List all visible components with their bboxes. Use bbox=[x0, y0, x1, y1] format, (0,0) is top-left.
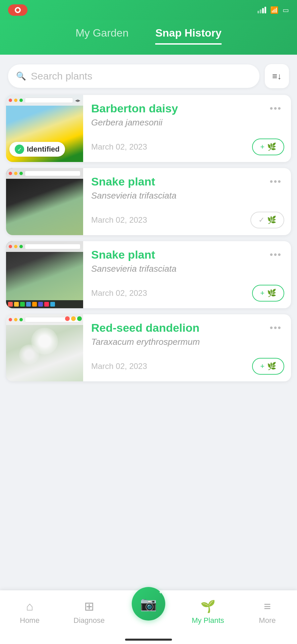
card-top: Red-seed dandelion Taraxacum erythrosper… bbox=[91, 321, 284, 347]
plant-common-name: Red-seed dandelion bbox=[91, 321, 200, 335]
plant-common-name: Snake plant bbox=[91, 175, 176, 189]
browser-min bbox=[14, 245, 17, 248]
plus-icon: + bbox=[260, 143, 264, 151]
sort-button[interactable]: ≡↓ bbox=[265, 64, 289, 88]
added-to-garden-button[interactable]: ✓ 🌿 bbox=[250, 212, 284, 228]
plant-leaf-icon: 🌿 bbox=[267, 289, 276, 298]
browser-min bbox=[14, 99, 17, 102]
taskbar-icon bbox=[8, 302, 13, 307]
plant-latin-name: Sansevieria trifasciata bbox=[91, 264, 176, 274]
browser-chrome bbox=[6, 241, 83, 252]
card-bottom: March 02, 2023 + 🌿 bbox=[91, 285, 284, 302]
browser-max bbox=[19, 245, 23, 248]
nav-home[interactable]: ⌂ Home bbox=[0, 599, 59, 625]
more-nav-icon: ≡ bbox=[264, 599, 271, 613]
snake1-image-bg bbox=[6, 168, 83, 235]
plant-image-snake2 bbox=[6, 241, 83, 308]
tab-my-garden[interactable]: My Garden bbox=[75, 27, 128, 45]
record-button[interactable] bbox=[8, 4, 27, 16]
nav-home-label: Home bbox=[20, 616, 40, 625]
plus-icon: + bbox=[260, 362, 264, 371]
card-more-button[interactable]: ••• bbox=[267, 321, 284, 334]
snake2-image-bg bbox=[6, 241, 83, 308]
record-dot bbox=[15, 7, 21, 13]
camera-fab-button[interactable]: 📷 bbox=[132, 587, 165, 621]
plant-leaf-icon: 🌿 bbox=[267, 362, 276, 371]
taskbar-icon bbox=[14, 302, 19, 307]
card-bottom: March 02, 2023 ✓ 🌿 bbox=[91, 212, 284, 228]
card-info-snake2: Snake plant Sansevieria trifasciata ••• … bbox=[83, 241, 291, 308]
taskbar-overlay bbox=[6, 300, 83, 308]
card-top: Snake plant Sansevieria trifasciata ••• bbox=[91, 248, 284, 274]
diagnose-icon: ⊞ bbox=[84, 599, 94, 613]
card-info-daisy: Barberton daisy Gerbera jamesonii ••• Ma… bbox=[83, 95, 291, 162]
nav-diagnose-label: Diagnose bbox=[73, 616, 105, 625]
nav-more[interactable]: ≡ More bbox=[238, 599, 297, 625]
add-to-garden-button[interactable]: + 🌿 bbox=[252, 139, 284, 155]
browser-addressbar bbox=[25, 98, 73, 103]
home-icon: ⌂ bbox=[26, 599, 34, 613]
identified-badge: ✓ Identified bbox=[9, 142, 65, 157]
status-right: 📶 ▭ bbox=[257, 6, 289, 14]
taskbar-icon bbox=[44, 302, 49, 307]
browser-addressbar bbox=[25, 244, 80, 249]
plant-latin-name: Gerbera jamesonii bbox=[91, 117, 178, 128]
search-icon: 🔍 bbox=[16, 71, 26, 81]
browser-max bbox=[19, 99, 23, 102]
sort-icon: ≡↓ bbox=[272, 71, 282, 82]
nav-more-label: More bbox=[259, 616, 276, 625]
identified-label: Identified bbox=[27, 145, 60, 154]
nav-camera[interactable]: 📷 bbox=[119, 604, 178, 621]
browser-close bbox=[9, 245, 12, 248]
plant-card: Red-seed dandelion Taraxacum erythrosper… bbox=[6, 314, 291, 381]
taskbar-icon bbox=[20, 302, 25, 307]
status-left bbox=[8, 4, 27, 16]
battery-icon: ▭ bbox=[283, 6, 289, 14]
search-bar[interactable]: 🔍 Search plants bbox=[8, 64, 259, 88]
dandelion-flower-2 bbox=[19, 344, 39, 365]
search-placeholder: Search plants bbox=[31, 70, 92, 82]
signal-icon bbox=[257, 7, 266, 13]
card-more-button[interactable]: ••• bbox=[267, 175, 284, 188]
tab-snap-history[interactable]: Snap History bbox=[155, 27, 221, 45]
card-top: Barberton daisy Gerbera jamesonii ••• bbox=[91, 102, 284, 128]
wifi-icon: 📶 bbox=[270, 6, 279, 14]
card-more-button[interactable]: ••• bbox=[267, 248, 284, 261]
plant-names: Red-seed dandelion Taraxacum erythrosper… bbox=[91, 321, 200, 347]
taskbar-icon bbox=[38, 302, 43, 307]
browser-chrome bbox=[6, 168, 83, 179]
plant-common-name: Snake plant bbox=[91, 248, 176, 262]
plant-latin-name: Sansevieria trifasciata bbox=[91, 191, 176, 201]
card-bottom: March 02, 2023 + 🌿 bbox=[91, 139, 284, 155]
plant-image-snake1 bbox=[6, 168, 83, 235]
home-indicator bbox=[125, 639, 172, 641]
browser-dot-green bbox=[77, 316, 82, 321]
taskbar-icon bbox=[32, 302, 37, 307]
card-bottom: March 02, 2023 + 🌿 bbox=[91, 358, 284, 375]
plant-common-name: Barberton daisy bbox=[91, 102, 178, 115]
camera-icon: 📷 bbox=[140, 596, 157, 612]
plant-card: ◀▶ ✓ Identified Barberton daisy Gerbera … bbox=[6, 95, 291, 162]
browser-dot-yellow bbox=[71, 316, 76, 321]
browser-close bbox=[9, 318, 12, 321]
plus-icon: + bbox=[260, 289, 264, 298]
browser-close bbox=[9, 99, 12, 102]
myplants-icon: 🌱 bbox=[200, 599, 216, 613]
taskbar-icon bbox=[50, 302, 55, 307]
nav-my-plants[interactable]: 🌱 My Plants bbox=[178, 599, 238, 625]
nav-diagnose[interactable]: ⊞ Diagnose bbox=[59, 599, 119, 625]
browser-min bbox=[14, 172, 17, 175]
card-more-button[interactable]: ••• bbox=[267, 102, 284, 115]
card-top: Snake plant Sansevieria trifasciata ••• bbox=[91, 175, 284, 201]
plant-date: March 02, 2023 bbox=[91, 288, 147, 298]
plant-names: Snake plant Sansevieria trifasciata bbox=[91, 248, 176, 274]
plant-leaf-icon: 🌿 bbox=[267, 143, 276, 151]
search-area: 🔍 Search plants ≡↓ bbox=[0, 55, 297, 95]
check-icon: ✓ bbox=[15, 145, 24, 154]
add-to-garden-button[interactable]: + 🌿 bbox=[252, 358, 284, 375]
plant-names: Barberton daisy Gerbera jamesonii bbox=[91, 102, 178, 128]
plant-date: March 02, 2023 bbox=[91, 142, 147, 152]
plant-card: Snake plant Sansevieria trifasciata ••• … bbox=[6, 168, 291, 235]
add-to-garden-button[interactable]: + 🌿 bbox=[252, 285, 284, 302]
browser-min bbox=[14, 318, 17, 321]
